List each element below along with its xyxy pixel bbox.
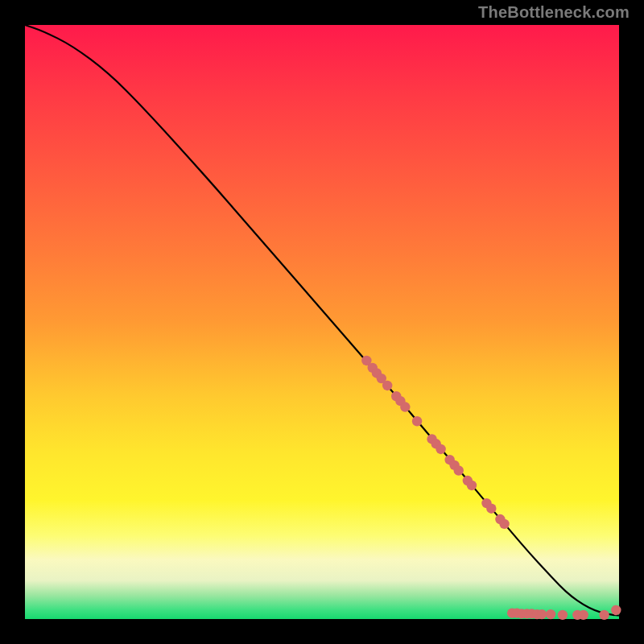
- data-dot: [499, 519, 509, 529]
- data-dot: [400, 402, 410, 411]
- stage: TheBottleneck.com: [0, 0, 644, 644]
- watermark-label: TheBottleneck.com: [478, 3, 630, 22]
- data-dot: [579, 610, 588, 620]
- data-dot: [467, 481, 477, 490]
- data-dot: [454, 465, 464, 475]
- data-dot: [382, 381, 392, 390]
- data-dot: [611, 605, 621, 615]
- chart-svg: [25, 25, 619, 619]
- data-dot: [412, 416, 422, 426]
- data-dot: [436, 444, 445, 454]
- data-dot: [486, 504, 496, 514]
- main-curve: [25, 25, 619, 616]
- data-dots: [361, 356, 621, 620]
- data-dot: [558, 610, 568, 620]
- data-dot: [537, 609, 547, 619]
- plot-area: [25, 25, 619, 619]
- data-dot: [546, 609, 555, 619]
- data-dot: [599, 610, 609, 620]
